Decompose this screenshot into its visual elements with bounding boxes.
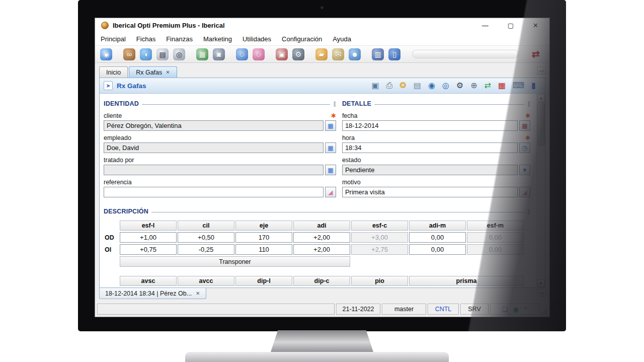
statusbar-srv[interactable]: SRV bbox=[460, 304, 489, 315]
menu-principal[interactable]: Principal bbox=[101, 35, 126, 43]
referencia-erase-button[interactable]: ◢ bbox=[325, 187, 336, 197]
tab-close-icon[interactable]: ✕ bbox=[166, 69, 170, 75]
menu-finanzas[interactable]: Finanzas bbox=[166, 35, 193, 43]
save-icon[interactable]: ▣ bbox=[371, 82, 379, 90]
oi-adi-input[interactable] bbox=[293, 244, 350, 255]
contact-lens-icon[interactable]: ◎ bbox=[173, 48, 185, 60]
hora-clock-button[interactable]: ◷ bbox=[519, 142, 530, 153]
od-eje-input[interactable] bbox=[235, 232, 292, 243]
delivery-icon[interactable]: ▣ bbox=[276, 48, 288, 60]
oi-esf-l-input[interactable] bbox=[120, 244, 177, 255]
lab-machine-icon[interactable]: ⚙ bbox=[292, 48, 304, 60]
oi-cil-input[interactable] bbox=[178, 244, 234, 255]
menu-bar: Principal Fichas Finanzas Marketing Util… bbox=[95, 32, 549, 45]
od-cil-input[interactable] bbox=[178, 232, 234, 243]
minimize-record-tabs-icon[interactable]: ▭ bbox=[537, 289, 546, 297]
section-title-identidad: IDENTIDAD bbox=[104, 100, 139, 107]
mail-icon[interactable]: ✉ bbox=[332, 48, 344, 60]
tab-strip: Inicio Rx Gafas ✕ ▭ bbox=[95, 65, 549, 78]
record-tab[interactable]: 18-12-2014 18:34 | Pérez Ob... ✕ bbox=[99, 288, 206, 299]
collapse-handle-icon[interactable]: ∥ bbox=[528, 101, 531, 107]
folder-icon[interactable]: ▰ bbox=[315, 48, 328, 60]
lensmeter-icon[interactable]: ⊕ bbox=[470, 82, 477, 90]
record-icon[interactable]: ◉ bbox=[100, 48, 112, 60]
documents-icon[interactable]: ▤ bbox=[156, 48, 169, 60]
local-display-icon[interactable]: ▣ bbox=[513, 306, 519, 313]
resize-grip[interactable] bbox=[541, 308, 547, 315]
estado-dropdown-button[interactable]: ▼ bbox=[519, 165, 530, 175]
fecha-input[interactable] bbox=[342, 120, 518, 131]
menu-ayuda[interactable]: Ayuda bbox=[333, 35, 351, 43]
field-empleado: empleado ▦ bbox=[104, 134, 336, 153]
badge-icon[interactable]: ❂ bbox=[399, 82, 406, 90]
camera-icon[interactable]: ◙ bbox=[213, 48, 225, 60]
calendar-icon[interactable]: ▦ bbox=[498, 82, 506, 90]
chat-icon[interactable]: ❝ bbox=[524, 306, 527, 313]
od-adi-m-input[interactable] bbox=[409, 232, 466, 243]
scroll-up-icon[interactable]: ▲ bbox=[537, 94, 545, 102]
referencia-input[interactable] bbox=[104, 187, 324, 197]
client-icon[interactable]: ☺ bbox=[236, 48, 248, 60]
menu-marketing[interactable]: Marketing bbox=[203, 35, 232, 43]
record-tab-close-icon[interactable]: ✕ bbox=[196, 291, 200, 296]
minimize-tabs-icon[interactable]: ▭ bbox=[537, 67, 546, 75]
eye-icon[interactable]: ◉ bbox=[428, 82, 435, 90]
empleado-input[interactable] bbox=[104, 142, 324, 153]
desktop-background: Iberical Opti Premium Plus - Iberical — … bbox=[0, 0, 644, 362]
col-header-esf-m: esf-m bbox=[467, 221, 524, 231]
tab-inicio[interactable]: Inicio bbox=[99, 66, 128, 78]
empleado-lookup-button[interactable]: ▦ bbox=[325, 142, 336, 153]
collapse-handle-icon[interactable]: ∥ bbox=[333, 101, 336, 107]
binoculars-icon[interactable]: ∞ bbox=[123, 48, 135, 60]
monitor-icon[interactable]: ▯ bbox=[388, 48, 400, 60]
field-motivo: motivo ◢ bbox=[342, 178, 530, 197]
cliente-lookup-button[interactable]: ▦ bbox=[325, 120, 336, 131]
eye-review-icon[interactable]: ◎ bbox=[442, 82, 449, 90]
estado-input[interactable] bbox=[342, 165, 518, 175]
maximize-icon[interactable]: ▢ bbox=[508, 22, 514, 29]
vertical-scrollbar[interactable]: ▲ ▼ bbox=[536, 94, 545, 287]
workstation-icon[interactable]: ⌨ bbox=[513, 82, 524, 90]
menu-configuracion[interactable]: Configuración bbox=[282, 35, 322, 43]
transfer-icon[interactable]: ⇄ bbox=[485, 82, 491, 90]
descripcion-section-header: DESCRIPCIÓN ∥ bbox=[104, 207, 530, 215]
collapse-handle-icon[interactable]: ∥ bbox=[528, 208, 531, 215]
close-icon[interactable]: ✕ bbox=[533, 22, 538, 29]
tab-rx-gafas[interactable]: Rx Gafas ✕ bbox=[129, 66, 177, 78]
records-icon[interactable]: ▮ bbox=[531, 82, 536, 90]
motivo-erase-button[interactable]: ◢ bbox=[519, 187, 530, 197]
scrollbar-thumb[interactable] bbox=[537, 102, 545, 146]
od-adi-input[interactable] bbox=[293, 232, 350, 243]
tratado-por-lookup-button[interactable]: ▦ bbox=[325, 165, 336, 175]
cliente-input[interactable] bbox=[104, 120, 324, 131]
fecha-calendar-button[interactable]: ▦ bbox=[519, 120, 530, 131]
menu-fichas[interactable]: Fichas bbox=[136, 35, 155, 43]
remote-desktop-icon[interactable]: ❏ bbox=[502, 306, 508, 313]
oi-eje-input[interactable] bbox=[235, 244, 292, 255]
od-esf-l-input[interactable] bbox=[120, 232, 177, 243]
terminal-icon[interactable]: ▥ bbox=[372, 48, 384, 60]
contacts-icon[interactable]: ☻ bbox=[349, 48, 361, 60]
clock-icon: ◷ bbox=[522, 144, 527, 152]
sync-arrows-icon[interactable]: ⇄ bbox=[527, 48, 544, 60]
scroll-down-icon[interactable]: ▼ bbox=[537, 279, 545, 287]
toolbar-search-area[interactable] bbox=[412, 50, 519, 58]
transponer-button[interactable]: Transponer bbox=[120, 256, 350, 267]
menu-utilidades[interactable]: Utilidades bbox=[243, 35, 271, 43]
minimize-icon[interactable]: — bbox=[482, 22, 489, 29]
hora-input[interactable] bbox=[342, 142, 518, 153]
statusbar-cntl[interactable]: CNTL bbox=[428, 304, 459, 315]
photo-icon[interactable]: ▤ bbox=[414, 82, 421, 90]
lens-icon[interactable]: ◖ bbox=[140, 48, 152, 60]
employee-icon[interactable]: ☺ bbox=[253, 48, 265, 60]
print-icon[interactable]: ⎙ bbox=[386, 82, 393, 90]
motivo-input[interactable] bbox=[342, 187, 518, 197]
statusbar-date: 21-11-2022 bbox=[336, 304, 380, 315]
titlebar[interactable]: Iberical Opti Premium Plus - Iberical — … bbox=[95, 18, 549, 32]
phoropter-icon[interactable]: ⚙ bbox=[456, 82, 463, 90]
od-esf-m-input bbox=[467, 232, 524, 243]
oi-adi-m-input[interactable] bbox=[409, 244, 466, 255]
calculator-icon[interactable]: ▦ bbox=[196, 48, 208, 60]
eraser-icon: ◢ bbox=[328, 189, 333, 195]
tratado-por-input[interactable] bbox=[104, 165, 324, 175]
